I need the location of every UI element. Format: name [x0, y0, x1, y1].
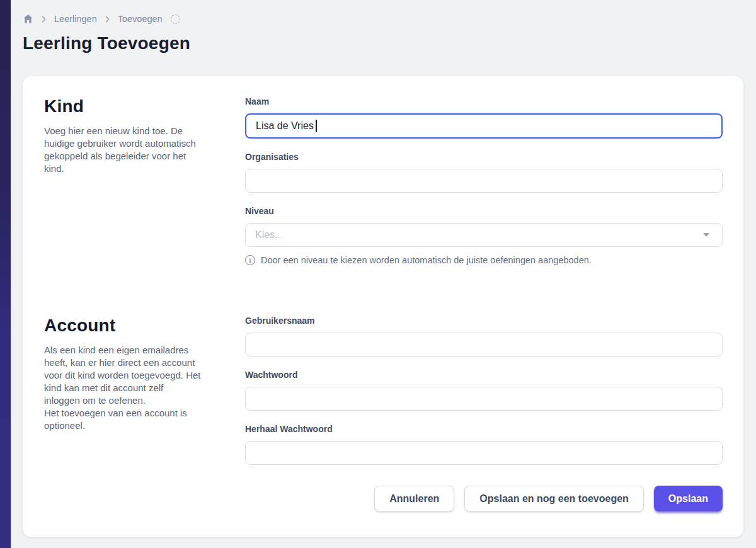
info-icon: i: [245, 255, 255, 265]
gebruikersnaam-input[interactable]: [245, 333, 723, 357]
form-card: Kind Voeg hier een nieuw kind toe. De hu…: [23, 76, 743, 537]
section-description-account: Als een kind een eigen emailadres heeft,…: [44, 344, 202, 432]
page-title: Leerling Toevoegen: [23, 33, 743, 54]
field-organisaties: Organisaties: [245, 152, 723, 193]
collapsed-sidebar[interactable]: [0, 0, 11, 548]
section-description-kind: Voeg hier een nieuw kind toe. De huidige…: [44, 125, 202, 175]
save-button[interactable]: Opslaan: [654, 486, 723, 511]
breadcrumb-toevoegen[interactable]: Toevoegen: [118, 14, 163, 24]
section-kind: Kind Voeg hier een nieuw kind toe. De hu…: [44, 96, 723, 265]
herhaal-wachtwoord-label: Herhaal Wachtwoord: [245, 424, 723, 434]
chevron-down-icon: [703, 233, 709, 237]
field-naam: Naam: [245, 96, 723, 139]
cancel-button[interactable]: Annuleren: [374, 486, 454, 511]
main-content: Leerlingen Toevoegen Leerling Toevoegen …: [11, 0, 756, 537]
field-wachtwoord: Wachtwoord: [245, 370, 723, 411]
organisaties-label: Organisaties: [245, 152, 723, 162]
text-cursor: [316, 120, 317, 132]
section-heading-account: Account: [44, 316, 224, 336]
chevron-right-icon: [42, 16, 46, 23]
organisaties-input[interactable]: [245, 169, 723, 193]
account-description-line1: Als een kind een eigen emailadres heeft,…: [44, 345, 201, 406]
niveau-label: Niveau: [245, 206, 723, 216]
niveau-help: i Door een niveau te kiezen worden autom…: [245, 255, 723, 265]
field-niveau: Niveau Kies... i Door een niveau te kiez…: [245, 206, 723, 265]
wachtwoord-input[interactable]: [245, 387, 723, 411]
breadcrumb: Leerlingen Toevoegen: [23, 13, 743, 25]
section-account-intro: Account Als een kind een eigen emailadre…: [44, 316, 224, 465]
chevron-right-icon: [105, 16, 110, 23]
field-herhaal-wachtwoord: Herhaal Wachtwoord: [245, 424, 723, 465]
section-account: Account Als een kind een eigen emailadre…: [44, 316, 723, 465]
niveau-select[interactable]: Kies...: [245, 223, 723, 247]
gebruikersnaam-label: Gebruikersnaam: [245, 316, 723, 326]
wachtwoord-label: Wachtwoord: [245, 370, 723, 380]
section-kind-intro: Kind Voeg hier een nieuw kind toe. De hu…: [44, 96, 224, 265]
save-and-add-button[interactable]: Opslaan en nog een toevoegen: [464, 486, 644, 511]
section-heading-kind: Kind: [44, 96, 224, 117]
home-icon[interactable]: [23, 14, 33, 24]
form-actions: Annuleren Opslaan en nog een toevoegen O…: [44, 486, 723, 511]
naam-label: Naam: [245, 96, 723, 106]
section-kind-fields: Naam Organisaties Niveau Kies...: [245, 96, 723, 265]
section-account-fields: Gebruikersnaam Wachtwoord Herhaal Wachtw…: [245, 316, 723, 465]
spinner-icon: [171, 14, 180, 24]
breadcrumb-leerlingen[interactable]: Leerlingen: [54, 14, 97, 24]
field-gebruikersnaam: Gebruikersnaam: [245, 316, 723, 357]
account-description-line2: Het toevoegen van een account is optione…: [44, 408, 187, 431]
niveau-help-text: Door een niveau te kiezen worden automat…: [261, 255, 592, 265]
niveau-placeholder: Kies...: [255, 229, 283, 241]
herhaal-wachtwoord-input[interactable]: [245, 441, 723, 465]
naam-input[interactable]: [245, 113, 723, 139]
